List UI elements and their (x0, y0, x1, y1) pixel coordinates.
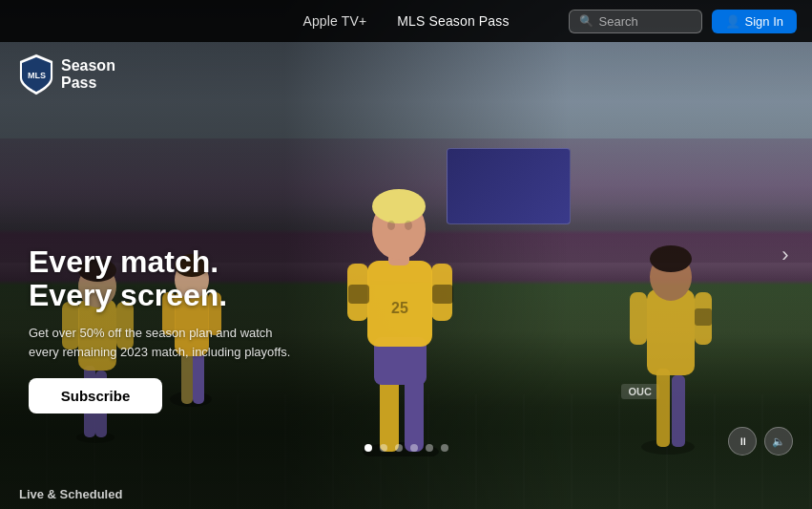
svg-rect-21 (348, 285, 369, 304)
subscribe-button[interactable]: Subscribe (29, 378, 162, 414)
sound-icon: 🔈 (772, 435, 785, 448)
pagination-dot-3[interactable] (395, 444, 403, 452)
svg-rect-9 (380, 375, 399, 452)
next-slide-arrow[interactable]: › (768, 238, 802, 272)
apple-tv-nav-link[interactable]: Apple TV+ (302, 13, 366, 29)
search-bar[interactable]: 🔍 (569, 10, 702, 33)
mls-season-pass-nav-link[interactable]: MLS Season Pass (397, 13, 509, 29)
svg-rect-26 (647, 289, 695, 375)
pause-button[interactable]: ⏸ (728, 427, 757, 456)
hero-section: 25 (0, 0, 812, 509)
hero-headline-line1: Every match. (29, 244, 219, 279)
mls-pass-text: Pass (61, 74, 115, 92)
mls-shield-icon: MLS (19, 53, 53, 95)
top-navigation: Apple TV+ MLS Season Pass 🔍 👤 Sign In (0, 0, 812, 42)
hero-subtext: Get over 50% off the season plan and wat… (29, 324, 296, 361)
player-right (630, 245, 712, 455)
sound-button[interactable]: 🔈 (764, 427, 793, 456)
person-icon: 👤 (725, 14, 740, 29)
svg-point-18 (372, 189, 426, 223)
svg-point-31 (650, 245, 692, 272)
pagination-dot-6[interactable] (441, 444, 448, 452)
pagination-dot-2[interactable] (380, 444, 387, 452)
mls-season-text: Season (61, 57, 115, 74)
mls-logo-text: Season Pass (61, 57, 115, 93)
svg-rect-27 (630, 292, 647, 345)
hero-headline: Every match. Every screen. (29, 245, 296, 312)
mls-logo: MLS Season Pass (19, 53, 115, 95)
pagination-dot-1[interactable] (364, 444, 372, 452)
sign-in-label: Sign In (745, 14, 783, 29)
svg-point-19 (387, 221, 395, 230)
sign-in-button[interactable]: 👤 Sign In (712, 10, 797, 33)
nav-links: Apple TV+ MLS Season Pass (302, 13, 509, 29)
player-center: 25 (347, 189, 453, 456)
hero-content: Every match. Every screen. Get over 50% … (29, 245, 296, 414)
nav-right-section: 🔍 👤 Sign In (569, 10, 797, 33)
playback-controls: ⏸ 🔈 (728, 427, 793, 456)
svg-text:MLS: MLS (28, 71, 46, 80)
pagination-dot-5[interactable] (426, 444, 433, 452)
svg-text:25: 25 (391, 300, 408, 316)
chevron-right-icon: › (781, 243, 788, 267)
svg-rect-24 (656, 369, 670, 447)
svg-rect-25 (672, 375, 685, 447)
search-icon: 🔍 (579, 14, 593, 28)
bottom-section-label: Live & Scheduled (19, 487, 122, 501)
svg-point-32 (76, 432, 115, 443)
pagination-dot-4[interactable] (410, 444, 418, 452)
svg-point-20 (405, 221, 412, 230)
search-input[interactable] (599, 14, 695, 29)
svg-rect-29 (695, 308, 712, 326)
hero-headline-line2: Every screen. (29, 278, 227, 312)
svg-rect-22 (432, 285, 453, 304)
pagination-dots (364, 444, 448, 452)
